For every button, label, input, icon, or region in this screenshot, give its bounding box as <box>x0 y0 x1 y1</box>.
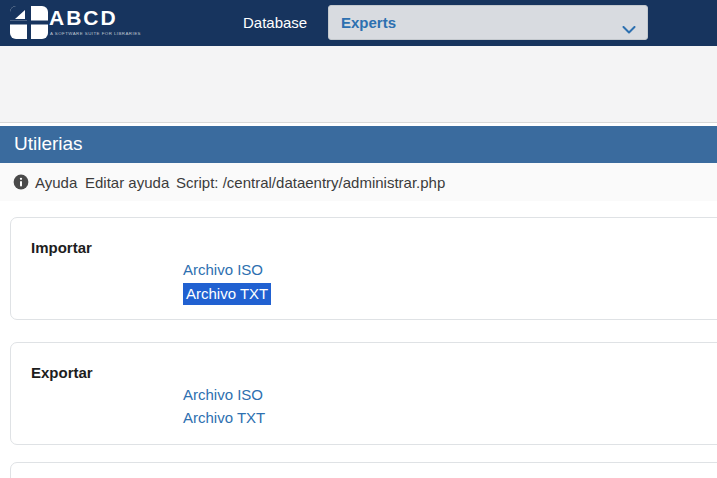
chevron-down-icon <box>622 20 636 38</box>
link-importar-archivo-iso[interactable]: Archivo ISO <box>183 260 263 280</box>
panel-title: Importar <box>31 239 92 256</box>
page-title: Utilerias <box>14 133 83 155</box>
database-select[interactable]: Experts <box>328 5 648 40</box>
script-path-label: Script: /central/dataentry/administrar.p… <box>176 174 445 191</box>
link-importar-archivo-txt[interactable]: Archivo TXT <box>183 283 271 305</box>
logo-tagline: A SOFTWARE SUITE FOR LIBRARIES <box>50 31 141 36</box>
toolbar: Mfn <box>0 80 717 123</box>
panel-links: Archivo ISO Archivo TXT <box>183 385 265 428</box>
section-header: Utilerias <box>0 126 717 163</box>
database-label: Database <box>243 14 307 31</box>
link-exportar-archivo-iso[interactable]: Archivo ISO <box>183 385 263 405</box>
panel-next <box>10 462 717 478</box>
panel-title: Exportar <box>31 364 93 381</box>
help-bar: Ayuda Editar ayuda Script: /central/data… <box>0 163 717 201</box>
info-icon <box>13 174 29 194</box>
panel-importar: Importar Archivo ISO Archivo TXT <box>10 217 717 320</box>
edit-help-link[interactable]: Editar ayuda <box>85 174 169 191</box>
panel-links: Archivo ISO Archivo TXT <box>183 260 271 305</box>
link-exportar-archivo-txt[interactable]: Archivo TXT <box>183 408 265 428</box>
top-bar: ABCD A SOFTWARE SUITE FOR LIBRARIES Data… <box>0 0 717 46</box>
logo-wordmark: ABCD <box>49 6 118 30</box>
database-select-value: Experts <box>341 14 396 31</box>
panel-exportar: Exportar Archivo ISO Archivo TXT <box>10 342 717 445</box>
record-search-bar: Ir al registro Search by Palabras <box>0 46 717 80</box>
help-link[interactable]: Ayuda <box>35 174 77 191</box>
abcd-logo-icon[interactable] <box>10 6 48 43</box>
